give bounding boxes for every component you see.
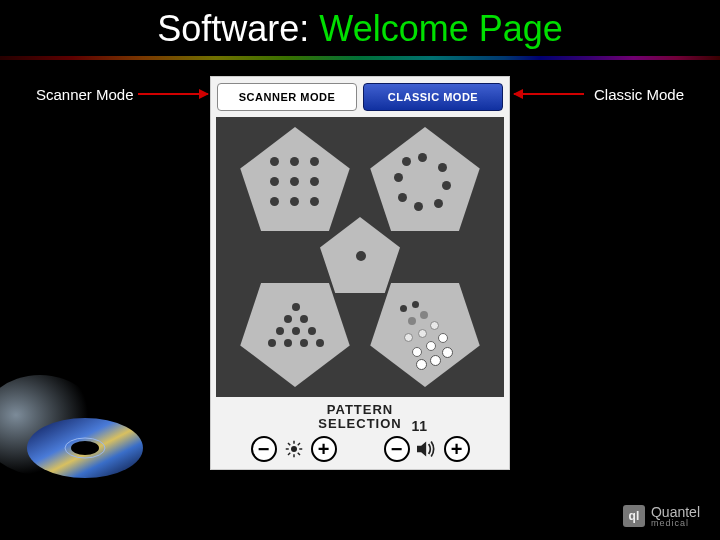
- triangle-dots-icon: [266, 303, 326, 363]
- single-dot-icon: [356, 251, 366, 261]
- tab-scanner-mode[interactable]: SCANNER MODE: [217, 83, 357, 111]
- brand-logo: ql Quantel medical: [623, 504, 700, 528]
- mode-tabs: SCANNER MODE CLASSIC MODE: [211, 77, 509, 117]
- device-screen: SCANNER MODE CLASSIC MODE: [210, 76, 510, 470]
- brightness-minus-button[interactable]: −: [251, 436, 277, 462]
- brightness-control: − +: [251, 436, 337, 462]
- pattern-label-line1: PATTERN: [211, 403, 509, 417]
- title-highlight: Welcome Page: [319, 8, 562, 49]
- volume-control: − +: [384, 436, 470, 462]
- annotation-scanner-mode: Scanner Mode: [36, 86, 134, 103]
- svg-line-10: [288, 443, 290, 445]
- slide-title: Software: Welcome Page: [0, 0, 720, 56]
- volume-plus-button[interactable]: +: [444, 436, 470, 462]
- svg-line-11: [297, 452, 299, 454]
- volume-minus-button[interactable]: −: [384, 436, 410, 462]
- tab-classic-mode[interactable]: CLASSIC MODE: [363, 83, 503, 111]
- svg-line-12: [288, 452, 290, 454]
- svg-point-17: [71, 441, 99, 455]
- pattern-selection-panel: [216, 117, 504, 397]
- brightness-plus-button[interactable]: +: [311, 436, 337, 462]
- svg-marker-14: [417, 441, 426, 456]
- arc-dots-icon: [390, 299, 464, 373]
- svg-point-5: [291, 446, 297, 452]
- pattern-selection-label: PATTERN SELECTION: [211, 403, 509, 432]
- annotation-classic-mode: Classic Mode: [594, 86, 684, 103]
- grid-dots-icon: [270, 157, 320, 207]
- volume-value: 11: [411, 418, 427, 434]
- bottom-controls: 11 − + − +: [211, 432, 509, 462]
- cd-graphic: [0, 370, 160, 490]
- title-prefix: Software:: [157, 8, 319, 49]
- brightness-icon: [283, 438, 305, 460]
- pattern-label-line2: SELECTION: [211, 417, 509, 431]
- speaker-icon: [416, 438, 438, 460]
- arrow-to-scanner: [138, 93, 208, 95]
- svg-line-13: [297, 443, 299, 445]
- ring-dots-icon: [394, 153, 452, 211]
- brand-mark: ql: [623, 505, 645, 527]
- arrow-to-classic: [514, 93, 584, 95]
- content-area: Scanner Mode Classic Mode SCANNER MODE C…: [0, 60, 720, 480]
